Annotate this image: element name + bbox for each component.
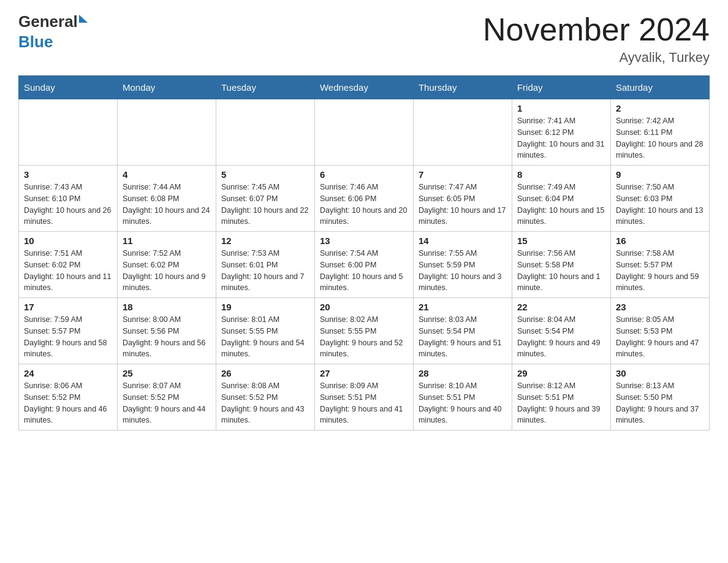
calendar-cell: 30Sunrise: 8:13 AMSunset: 5:50 PMDayligh…: [610, 364, 709, 431]
day-number: 28: [419, 368, 507, 378]
day-info: Sunrise: 7:42 AMSunset: 6:11 PMDaylight:…: [616, 115, 704, 161]
day-number: 2: [616, 103, 704, 113]
day-number: 5: [221, 169, 309, 180]
calendar-cell: 27Sunrise: 8:09 AMSunset: 5:51 PMDayligh…: [314, 364, 413, 431]
calendar-cell: [413, 99, 512, 166]
calendar-cell: 25Sunrise: 8:07 AMSunset: 5:52 PMDayligh…: [117, 364, 216, 431]
day-number: 29: [517, 368, 605, 378]
day-info: Sunrise: 8:00 AMSunset: 5:56 PMDaylight:…: [123, 314, 211, 360]
day-info: Sunrise: 8:09 AMSunset: 5:51 PMDaylight:…: [320, 380, 408, 426]
calendar-table: Sunday Monday Tuesday Wednesday Thursday…: [18, 75, 710, 431]
day-info: Sunrise: 7:56 AMSunset: 5:58 PMDaylight:…: [517, 248, 605, 294]
calendar-cell: 10Sunrise: 7:51 AMSunset: 6:02 PMDayligh…: [19, 232, 118, 298]
day-info: Sunrise: 7:55 AMSunset: 5:59 PMDaylight:…: [419, 248, 507, 294]
calendar-cell: 9Sunrise: 7:50 AMSunset: 6:03 PMDaylight…: [610, 166, 709, 232]
week-row-3: 10Sunrise: 7:51 AMSunset: 6:02 PMDayligh…: [19, 232, 710, 298]
day-info: Sunrise: 7:44 AMSunset: 6:08 PMDaylight:…: [123, 182, 211, 228]
day-info: Sunrise: 7:52 AMSunset: 6:02 PMDaylight:…: [123, 248, 211, 294]
day-number: 19: [221, 302, 309, 312]
day-number: 17: [24, 302, 112, 312]
day-info: Sunrise: 7:43 AMSunset: 6:10 PMDaylight:…: [24, 182, 112, 228]
title-block: November 2024 Ayvalik, Turkey: [483, 12, 710, 66]
day-info: Sunrise: 7:45 AMSunset: 6:07 PMDaylight:…: [221, 182, 309, 228]
header-saturday: Saturday: [610, 76, 709, 99]
day-number: 14: [419, 236, 507, 246]
day-info: Sunrise: 8:04 AMSunset: 5:54 PMDaylight:…: [517, 314, 605, 360]
logo-arrow-icon: [79, 15, 88, 23]
calendar-cell: 13Sunrise: 7:54 AMSunset: 6:00 PMDayligh…: [314, 232, 413, 298]
calendar-cell: 28Sunrise: 8:10 AMSunset: 5:51 PMDayligh…: [413, 364, 512, 431]
day-info: Sunrise: 8:01 AMSunset: 5:55 PMDaylight:…: [221, 314, 309, 360]
calendar-cell: 17Sunrise: 7:59 AMSunset: 5:57 PMDayligh…: [19, 298, 118, 364]
week-row-5: 24Sunrise: 8:06 AMSunset: 5:52 PMDayligh…: [19, 364, 710, 431]
day-info: Sunrise: 8:03 AMSunset: 5:54 PMDaylight:…: [419, 314, 507, 360]
header-thursday: Thursday: [413, 76, 512, 99]
day-number: 23: [616, 302, 704, 312]
day-number: 22: [517, 302, 605, 312]
calendar-cell: 19Sunrise: 8:01 AMSunset: 5:55 PMDayligh…: [216, 298, 314, 364]
logo-general-text: General: [18, 12, 78, 31]
calendar-cell: 29Sunrise: 8:12 AMSunset: 5:51 PMDayligh…: [512, 364, 610, 431]
day-number: 25: [123, 368, 211, 378]
day-info: Sunrise: 8:07 AMSunset: 5:52 PMDaylight:…: [123, 380, 211, 426]
calendar-cell: 26Sunrise: 8:08 AMSunset: 5:52 PMDayligh…: [216, 364, 314, 431]
calendar-cell: [19, 99, 118, 166]
day-info: Sunrise: 7:59 AMSunset: 5:57 PMDaylight:…: [24, 314, 112, 360]
header-friday: Friday: [512, 76, 610, 99]
logo: General Blue: [18, 12, 88, 52]
day-number: 30: [616, 368, 704, 378]
calendar-cell: 8Sunrise: 7:49 AMSunset: 6:04 PMDaylight…: [512, 166, 610, 232]
calendar-cell: 7Sunrise: 7:47 AMSunset: 6:05 PMDaylight…: [413, 166, 512, 232]
day-number: 13: [320, 236, 408, 246]
day-info: Sunrise: 7:54 AMSunset: 6:00 PMDaylight:…: [320, 248, 408, 294]
calendar-cell: 18Sunrise: 8:00 AMSunset: 5:56 PMDayligh…: [117, 298, 216, 364]
day-info: Sunrise: 7:46 AMSunset: 6:06 PMDaylight:…: [320, 182, 408, 228]
day-info: Sunrise: 7:49 AMSunset: 6:04 PMDaylight:…: [517, 182, 605, 228]
week-row-2: 3Sunrise: 7:43 AMSunset: 6:10 PMDaylight…: [19, 166, 710, 232]
week-row-1: 1Sunrise: 7:41 AMSunset: 6:12 PMDaylight…: [19, 99, 710, 166]
day-number: 4: [123, 169, 211, 180]
calendar-cell: 23Sunrise: 8:05 AMSunset: 5:53 PMDayligh…: [610, 298, 709, 364]
calendar-cell: 20Sunrise: 8:02 AMSunset: 5:55 PMDayligh…: [314, 298, 413, 364]
calendar-cell: 1Sunrise: 7:41 AMSunset: 6:12 PMDaylight…: [512, 99, 610, 166]
calendar-cell: 22Sunrise: 8:04 AMSunset: 5:54 PMDayligh…: [512, 298, 610, 364]
day-info: Sunrise: 8:12 AMSunset: 5:51 PMDaylight:…: [517, 380, 605, 426]
day-info: Sunrise: 8:13 AMSunset: 5:50 PMDaylight:…: [616, 380, 704, 426]
day-info: Sunrise: 8:05 AMSunset: 5:53 PMDaylight:…: [616, 314, 704, 360]
header-sunday: Sunday: [19, 76, 118, 99]
header-wednesday: Wednesday: [314, 76, 413, 99]
calendar-cell: 24Sunrise: 8:06 AMSunset: 5:52 PMDayligh…: [19, 364, 118, 431]
calendar-cell: 16Sunrise: 7:58 AMSunset: 5:57 PMDayligh…: [610, 232, 709, 298]
day-info: Sunrise: 7:51 AMSunset: 6:02 PMDaylight:…: [24, 248, 112, 294]
day-info: Sunrise: 7:41 AMSunset: 6:12 PMDaylight:…: [517, 115, 605, 161]
calendar-cell: 2Sunrise: 7:42 AMSunset: 6:11 PMDaylight…: [610, 99, 709, 166]
day-info: Sunrise: 7:50 AMSunset: 6:03 PMDaylight:…: [616, 182, 704, 228]
day-number: 1: [517, 103, 605, 113]
calendar-cell: [216, 99, 314, 166]
weekday-header-row: Sunday Monday Tuesday Wednesday Thursday…: [19, 76, 710, 99]
calendar-cell: [117, 99, 216, 166]
calendar-cell: 5Sunrise: 7:45 AMSunset: 6:07 PMDaylight…: [216, 166, 314, 232]
logo-blue-text: Blue: [18, 33, 53, 52]
calendar-cell: [314, 99, 413, 166]
day-number: 9: [616, 169, 704, 180]
header-tuesday: Tuesday: [216, 76, 314, 99]
day-number: 11: [123, 236, 211, 246]
week-row-4: 17Sunrise: 7:59 AMSunset: 5:57 PMDayligh…: [19, 298, 710, 364]
day-info: Sunrise: 8:02 AMSunset: 5:55 PMDaylight:…: [320, 314, 408, 360]
day-info: Sunrise: 8:10 AMSunset: 5:51 PMDaylight:…: [419, 380, 507, 426]
calendar-cell: 6Sunrise: 7:46 AMSunset: 6:06 PMDaylight…: [314, 166, 413, 232]
day-number: 8: [517, 169, 605, 180]
calendar-cell: 11Sunrise: 7:52 AMSunset: 6:02 PMDayligh…: [117, 232, 216, 298]
day-info: Sunrise: 7:58 AMSunset: 5:57 PMDaylight:…: [616, 248, 704, 294]
calendar-cell: 14Sunrise: 7:55 AMSunset: 5:59 PMDayligh…: [413, 232, 512, 298]
header-monday: Monday: [117, 76, 216, 99]
day-number: 7: [419, 169, 507, 180]
day-number: 3: [24, 169, 112, 180]
day-number: 18: [123, 302, 211, 312]
calendar-cell: 15Sunrise: 7:56 AMSunset: 5:58 PMDayligh…: [512, 232, 610, 298]
calendar-cell: 12Sunrise: 7:53 AMSunset: 6:01 PMDayligh…: [216, 232, 314, 298]
day-info: Sunrise: 7:47 AMSunset: 6:05 PMDaylight:…: [419, 182, 507, 228]
day-info: Sunrise: 7:53 AMSunset: 6:01 PMDaylight:…: [221, 248, 309, 294]
day-number: 12: [221, 236, 309, 246]
